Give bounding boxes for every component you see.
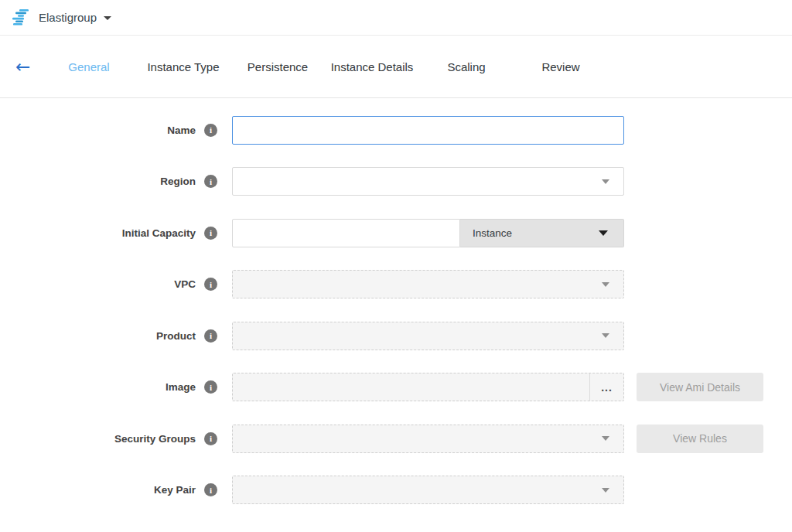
key-pair-select [232,476,624,504]
security-groups-info-icon[interactable]: i [204,432,217,445]
tab-persistence[interactable]: Persistence [230,60,325,73]
name-label: Name [167,124,196,136]
form-row-image: Image i ... View Ami Details [0,362,792,414]
general-settings-form: Name i Region i Initial Capacity i [0,98,792,516]
product-select [232,322,624,350]
chevron-down-icon [602,333,609,338]
elastigroup-logo-icon [11,9,32,26]
tab-instance-type[interactable]: Instance Type [136,60,230,73]
back-arrow-icon[interactable]: ← [15,58,42,76]
region-label: Region [160,176,196,187]
view-rules-button[interactable]: View Rules [637,425,763,453]
capacity-unit-value: Instance [473,227,512,239]
product-label: Product [156,330,196,342]
vpc-info-icon[interactable]: i [204,278,217,291]
chevron-down-icon [602,488,609,493]
vpc-select [232,270,624,298]
wizard-tab-bar: ← General Instance Type Persistence Inst… [0,36,792,98]
security-groups-label: Security Groups [114,433,196,445]
chevron-down-icon [602,436,609,441]
initial-capacity-info-icon[interactable]: i [204,227,217,240]
app-bar: Elastigroup [0,0,792,36]
region-select[interactable] [232,167,624,196]
chevron-down-icon [599,230,608,236]
app-menu-caret-icon[interactable] [104,16,111,20]
chevron-down-icon [602,179,609,184]
chevron-down-icon [602,282,609,287]
initial-capacity-input[interactable] [232,219,460,247]
form-row-region: Region i [0,156,792,208]
image-browse-button[interactable]: ... [589,373,623,401]
tab-scaling[interactable]: Scaling [419,60,514,73]
capacity-unit-select[interactable]: Instance [460,219,624,247]
form-row-initial-capacity: Initial Capacity i Instance [0,207,792,259]
tab-general[interactable]: General [42,60,136,73]
region-info-icon[interactable]: i [204,175,217,188]
form-row-name: Name i [0,104,792,156]
image-info-icon[interactable]: i [204,380,217,394]
image-label: Image [166,381,196,393]
form-row-vpc: VPC i [0,259,792,311]
image-value [233,373,589,401]
key-pair-label: Key Pair [154,484,196,496]
name-info-icon[interactable]: i [204,124,217,137]
app-title[interactable]: Elastigroup [39,11,97,24]
vpc-label: VPC [174,278,196,290]
tab-instance-details[interactable]: Instance Details [325,60,419,73]
view-ami-details-button[interactable]: View Ami Details [637,373,763,401]
form-row-security-groups: Security Groups i View Rules [0,413,792,465]
product-info-icon[interactable]: i [204,329,217,343]
form-row-key-pair: Key Pair i [0,465,792,517]
image-field: ... [232,373,624,401]
tab-review[interactable]: Review [514,60,608,73]
wizard-tabs: General Instance Type Persistence Instan… [42,60,608,73]
key-pair-info-icon[interactable]: i [204,483,217,496]
initial-capacity-label: Initial Capacity [122,227,196,239]
name-input[interactable] [232,116,624,145]
form-row-product: Product i [0,310,792,362]
security-groups-select [232,425,624,453]
